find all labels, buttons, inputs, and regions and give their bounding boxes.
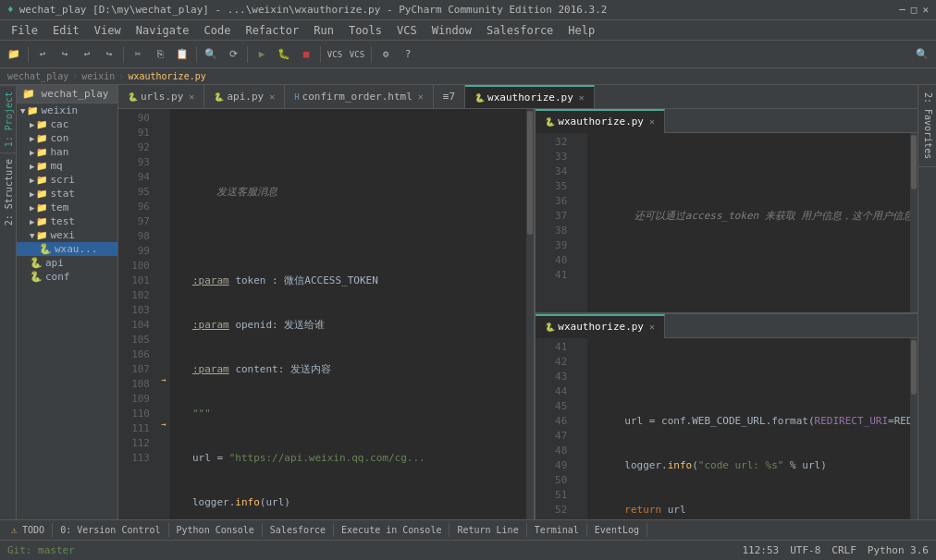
sidebar-item-scri[interactable]: ▶ 📁 scri — [17, 173, 117, 187]
sidebar-item-test[interactable]: ▶ 📁 test — [17, 214, 117, 228]
close-tab-urls[interactable]: ✕ — [189, 91, 194, 102]
right-top-tabs: 🐍 wxauthorize.py ✕ — [536, 109, 918, 133]
toolbar-vcs[interactable]: VCS — [325, 44, 345, 65]
minimize-button[interactable]: ─ — [899, 4, 905, 16]
sidebar-label: api — [45, 257, 64, 269]
return-line-tab[interactable]: Return Line — [450, 523, 526, 537]
scroll-thumb-left[interactable] — [527, 111, 533, 234]
sidebar-label: tem — [50, 201, 68, 213]
code-line-91: 发送客服消息 — [174, 185, 523, 200]
toolbar-forward[interactable]: ↪ — [55, 44, 75, 65]
menu-tools[interactable]: Tools — [341, 22, 389, 39]
close-split-tab[interactable]: ✕ — [649, 116, 655, 127]
tab-overflow[interactable]: ≡7 — [434, 85, 465, 109]
toolbar-vcs2[interactable]: VCS — [347, 44, 367, 65]
code-right-top[interactable]: 还可以通过access_token 来获取 用户信息，这个用户信息... """… — [587, 133, 910, 312]
toolbar-back[interactable]: ↩ — [32, 44, 53, 65]
toolbar-undo[interactable]: ↩ — [77, 44, 97, 65]
toolbar-project[interactable]: 📁 — [4, 44, 24, 65]
right-bottom-section: 🐍 wxauthorize.py ✕ 41424344 45464748 495… — [536, 314, 918, 519]
right-vertical-tabs: 2: Favorites — [918, 85, 936, 519]
close-button[interactable]: ✕ — [922, 4, 929, 16]
toolbar-cut[interactable]: ✂ — [128, 44, 148, 65]
event-log-tab[interactable]: EventLog — [587, 523, 647, 537]
menu-edit[interactable]: Edit — [45, 22, 87, 39]
toolbar-replace[interactable]: ⟳ — [223, 44, 243, 65]
sidebar-item-py3[interactable]: 🐍 conf — [17, 270, 117, 284]
structure-tab[interactable]: 2: Structure — [0, 152, 16, 231]
sidebar-item-han[interactable]: ▶ 📁 han — [17, 145, 117, 159]
todo-tab[interactable]: ⚠ TODO — [4, 523, 53, 537]
menu-refactor[interactable]: Refactor — [238, 22, 306, 39]
tab-wxauthorize[interactable]: 🐍 wxauthorize.py ✕ — [465, 85, 595, 109]
toolbar-search[interactable]: 🔍 — [201, 44, 221, 65]
status-encoding[interactable]: UTF-8 — [790, 544, 820, 556]
menu-salesforce[interactable]: Salesforce — [479, 22, 560, 39]
code-left[interactable]: 发送客服消息 :param token : 微信ACCESS_TOKEN :pa… — [170, 109, 526, 519]
expand-arrow: ▶ — [30, 189, 34, 199]
close-tab-api[interactable]: ✕ — [269, 91, 275, 102]
toolbar-sep-3 — [196, 46, 197, 63]
toolbar-paste[interactable]: 📋 — [172, 44, 192, 65]
close-tab-confirm[interactable]: ✕ — [418, 91, 424, 102]
sidebar-item-py2[interactable]: 🐍 api — [17, 256, 117, 270]
maximize-button[interactable]: □ — [911, 4, 918, 16]
code-right-bottom[interactable]: url = conf.WEB_CODE_URL.format(REDIRECT_… — [587, 338, 910, 519]
sidebar-item-wexi[interactable]: ▼ 📁 wexi — [17, 228, 117, 242]
menu-run[interactable]: Run — [306, 22, 341, 39]
sidebar-item-mq[interactable]: ▶ 📁 mq — [17, 159, 117, 173]
folder-icon: 📁 — [36, 161, 47, 171]
tab-api[interactable]: 🐍 api.py ✕ — [204, 85, 285, 109]
sidebar-item-wxauthorize[interactable]: 🐍 wxau... — [17, 242, 117, 256]
terminal-tab[interactable]: Terminal — [527, 523, 587, 537]
menu-vcs[interactable]: VCS — [389, 22, 425, 39]
sidebar-item-wechat[interactable]: ▼ 📁 weixin — [17, 103, 117, 117]
execute-console-tab[interactable]: Execute in Console — [334, 523, 450, 537]
toolbar-settings[interactable]: ⚙ — [376, 44, 396, 65]
status-git[interactable]: Git: master — [7, 544, 75, 556]
toolbar-sep-6 — [371, 46, 372, 63]
status-python[interactable]: Python 3.6 — [868, 544, 929, 556]
menu-navigate[interactable]: Navigate — [129, 22, 197, 39]
favorites-tab[interactable]: 2: Favorites — [918, 85, 936, 167]
sidebar-item-stat[interactable]: ▶ 📁 stat — [17, 187, 117, 201]
scroll-thumb-right-top[interactable] — [911, 135, 917, 189]
toolbar: 📁 ↩ ↪ ↩ ↪ ✂ ⎘ 📋 🔍 ⟳ ▶ 🐛 ■ VCS VCS ⚙ ? 🔍 — [0, 41, 936, 68]
version-control-tab[interactable]: 0: Version Control — [53, 523, 168, 537]
split-tab-wxauthorize-top[interactable]: 🐍 wxauthorize.py ✕ — [536, 109, 665, 133]
toolbar-run[interactable]: ▶ — [252, 44, 272, 65]
sidebar-item-cac[interactable]: ▶ 📁 cac — [17, 117, 117, 131]
scrollbar-right-bottom[interactable] — [910, 338, 918, 519]
menu-view[interactable]: View — [87, 22, 129, 39]
rb-line-43: logger.info("code url: %s" % url) — [591, 458, 906, 473]
toolbar-stop[interactable]: ■ — [296, 44, 316, 65]
tab-confirm[interactable]: H confirm_order.html ✕ — [285, 85, 434, 109]
sidebar-item-con[interactable]: ▶ 📁 con — [17, 131, 117, 145]
split-tab-label-b: wxauthorize.py — [558, 321, 644, 333]
toolbar-copy[interactable]: ⎘ — [150, 44, 170, 65]
menu-window[interactable]: Window — [425, 22, 479, 39]
close-split-tab-b[interactable]: ✕ — [649, 322, 655, 332]
menu-file[interactable]: File — [4, 22, 45, 39]
project-tab[interactable]: 1: Project — [0, 85, 16, 152]
toolbar-search-everywhere[interactable]: 🔍 — [912, 44, 932, 65]
python-console-tab[interactable]: Python Console — [169, 523, 263, 537]
folder-icon: 📁 — [36, 189, 47, 199]
toolbar-debug[interactable]: 🐛 — [274, 44, 294, 65]
toolbar-redo[interactable]: ↪ — [99, 44, 119, 65]
sidebar-item-tem[interactable]: ▶ 📁 tem — [17, 201, 117, 214]
scrollbar-right-top[interactable] — [910, 133, 918, 312]
python-console-label: Python Console — [177, 525, 254, 535]
status-line-sep[interactable]: CRLF — [831, 544, 856, 556]
split-tab-wxauthorize-bottom[interactable]: 🐍 wxauthorize.py ✕ — [536, 314, 665, 338]
menu-code[interactable]: Code — [197, 22, 239, 39]
salesforce-tab[interactable]: Salesforce — [263, 523, 334, 537]
toolbar-help[interactable]: ? — [398, 44, 418, 65]
scrollbar-left[interactable] — [526, 109, 534, 519]
scroll-thumb-right-bottom[interactable] — [911, 340, 917, 395]
status-line-col: 112:53 — [742, 544, 779, 556]
tab-label-urls: urls.py — [141, 91, 183, 103]
menu-help[interactable]: Help — [560, 22, 602, 39]
close-tab-wx[interactable]: ✕ — [579, 92, 585, 103]
tab-urls[interactable]: 🐍 urls.py ✕ — [118, 85, 204, 109]
